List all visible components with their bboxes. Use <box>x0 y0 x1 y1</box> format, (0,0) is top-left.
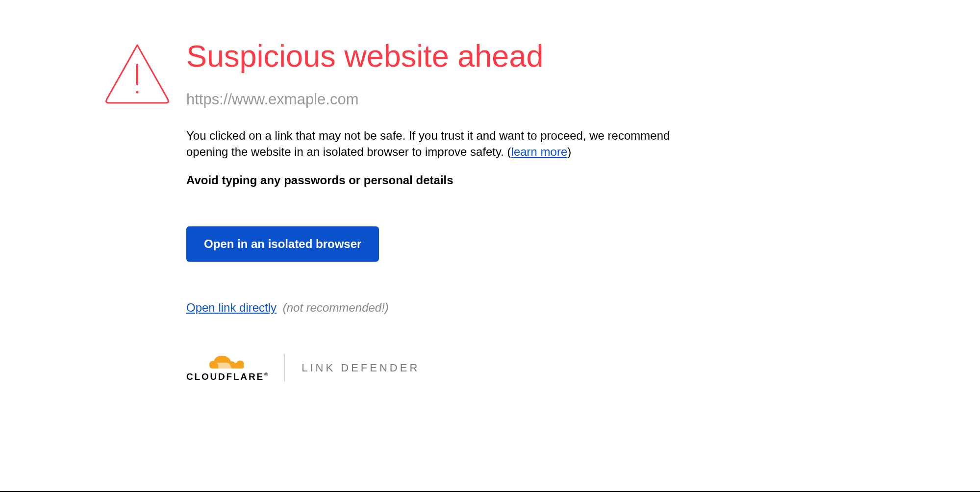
not-recommended-label: (not recommended!) <box>283 301 389 314</box>
cloudflare-brand-label: CLOUDFLARE <box>186 371 264 382</box>
secondary-action-row: Open link directly (not recommended!) <box>186 301 672 315</box>
warning-content: Suspicious website ahead https://www.exm… <box>186 39 672 382</box>
footer-logo-row: CLOUDFLARE® LINK DEFENDER <box>186 354 672 382</box>
warning-container: Suspicious website ahead https://www.exm… <box>0 0 980 382</box>
open-link-directly-link[interactable]: Open link directly <box>186 301 276 314</box>
cloudflare-cloud-icon <box>209 354 245 370</box>
open-isolated-browser-button[interactable]: Open in an isolated browser <box>186 226 379 262</box>
footer-divider <box>284 354 285 382</box>
warning-description-close: ) <box>567 145 571 158</box>
suspicious-url: https://www.exmaple.com <box>186 91 672 108</box>
product-name: LINK DEFENDER <box>302 362 420 374</box>
learn-more-link[interactable]: learn more <box>511 145 568 158</box>
svg-point-1 <box>136 91 139 94</box>
warning-bold-advice: Avoid typing any passwords or personal d… <box>186 173 672 187</box>
cloudflare-brand-text: CLOUDFLARE® <box>186 371 268 382</box>
registered-mark: ® <box>264 372 268 377</box>
warning-heading: Suspicious website ahead <box>186 39 672 73</box>
warning-icon-column <box>103 39 186 382</box>
warning-description: You clicked on a link that may not be sa… <box>186 128 672 160</box>
warning-triangle-icon <box>103 42 172 105</box>
warning-description-text: You clicked on a link that may not be sa… <box>186 129 670 158</box>
cloudflare-logo: CLOUDFLARE® <box>186 354 268 382</box>
